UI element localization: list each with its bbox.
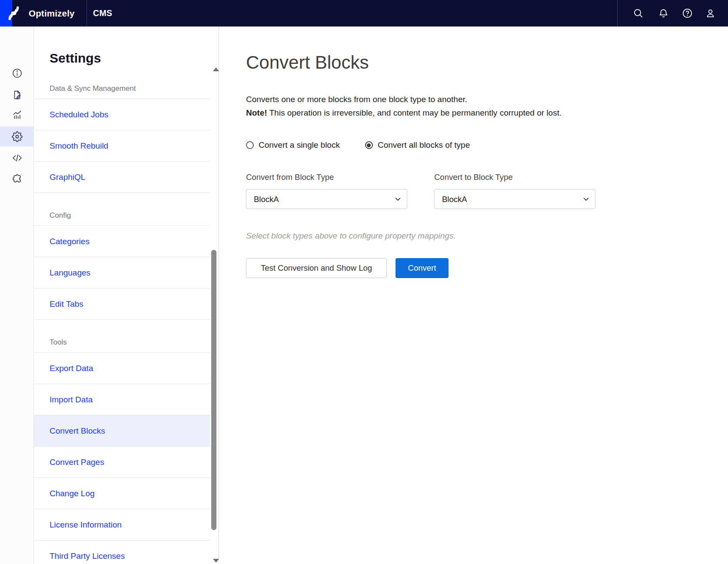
sidebar-item-smooth-rebuild[interactable]: Smooth Rebuild [34,130,210,162]
sidebar-item-scheduled-jobs[interactable]: Scheduled Jobs [34,99,210,130]
radio-label: Convert all blocks of type [378,140,470,150]
sidebar-item-categories[interactable]: Categories [34,226,210,257]
note-label: Note! [246,108,267,117]
product-name: CMS [93,0,112,27]
sidebar-item-label[interactable]: Change Log [50,489,95,498]
sidebar-item-label[interactable]: Import Data [50,395,93,405]
sidebar-item-change-log[interactable]: Change Log [34,478,210,509]
main-content: Convert Blocks Converts one or more bloc… [219,27,728,564]
convert-to-label: Convert to Block Type [434,173,595,182]
page-description: Converts one or more blocks from one blo… [246,93,728,106]
test-conversion-button[interactable]: Test Conversion and Show Log [246,258,387,278]
topbar-divider-right [617,0,618,27]
notifications-bell-icon[interactable] [658,8,669,19]
sidebar-item-export-data[interactable]: Export Data [34,353,210,384]
code-icon[interactable] [0,148,34,168]
settings-gear-icon[interactable] [0,126,34,146]
sidebar-item-label[interactable]: Languages [50,268,90,278]
topbar-divider [86,0,87,27]
sidebar-item-label[interactable]: License Information [50,520,122,530]
sidebar-item-import-data[interactable]: Import Data [34,384,210,415]
sidebar-item-third-party-licenses[interactable]: Third Party Licenses [34,541,210,564]
sidebar-item-convert-blocks[interactable]: Convert Blocks [34,415,210,447]
app-navigation-rail [0,27,34,564]
section-label-data-sync-management: Data & Sync Management [34,66,210,99]
radio-option-convert-a-single-block[interactable]: Convert a single block [246,140,340,150]
convert-to-select[interactable]: BlockA [434,189,595,209]
sidebar-item-label[interactable]: Third Party Licenses [50,551,125,561]
brand-name: Optimizely [29,0,75,27]
sidebar-item-edit-tabs[interactable]: Edit Tabs [34,289,210,320]
help-icon[interactable] [682,8,693,19]
page-title: Convert Blocks [246,27,728,74]
note-text: This operation is irreversible, and cont… [267,108,562,117]
section-label-tools: Tools [34,320,210,353]
convert-button[interactable]: Convert [396,258,449,278]
content-edit-icon[interactable] [0,85,34,105]
add-ons-puzzle-icon[interactable] [0,168,34,188]
convert-from-select[interactable]: BlockA [246,189,407,209]
sidebar-item-languages[interactable]: Languages [34,257,210,289]
scrollbar-up-arrow[interactable] [213,67,219,71]
sidebar-item-label[interactable]: Convert Blocks [50,426,105,436]
sidebar-item-label[interactable]: Scheduled Jobs [50,110,108,119]
sidebar-item-license-information[interactable]: License Information [34,509,210,541]
mapping-hint: Select block types above to configure pr… [246,231,728,241]
analytics-icon[interactable] [0,105,34,125]
section-label-config: Config [34,193,210,226]
settings-nav-list: Data & Sync ManagementScheduled JobsSmoo… [34,66,210,564]
search-icon[interactable] [633,8,644,19]
convert-from-label: Convert from Block Type [246,173,407,182]
sidebar-item-graphiql[interactable]: GraphiQL [34,162,210,193]
panel-title: Settings [50,50,219,66]
sidebar-item-label[interactable]: GraphiQL [50,173,85,182]
settings-panel: Settings Data & Sync ManagementScheduled… [34,27,219,564]
radio-label: Convert a single block [259,140,340,150]
radio-unselected-icon[interactable] [246,141,254,149]
warning-note: Note! This operation is irreversible, an… [246,106,728,119]
optimizely-logo-icon [5,4,23,22]
sidebar-item-label[interactable]: Categories [50,237,90,246]
sidebar-item-convert-pages[interactable]: Convert Pages [34,447,210,478]
block-type-form: Convert from Block Type BlockA Convert t… [246,173,728,209]
sidebar-item-label[interactable]: Smooth Rebuild [50,141,108,151]
top-bar: Optimizely CMS [0,0,728,27]
scrollbar-down-arrow[interactable] [213,559,219,563]
sidebar-item-label[interactable]: Convert Pages [50,458,104,467]
conversion-mode-radios: Convert a single blockConvert all blocks… [246,140,728,150]
radio-option-convert-all-blocks-of-type[interactable]: Convert all blocks of type [365,140,470,150]
user-profile-icon[interactable] [705,8,716,19]
scrollbar-thumb[interactable] [211,250,216,530]
sidebar-item-label[interactable]: Export Data [50,364,93,373]
action-buttons: Test Conversion and Show Log Convert [246,258,728,278]
sidebar-item-label[interactable]: Edit Tabs [50,299,83,309]
convert-from-group: Convert from Block Type BlockA [246,173,407,209]
convert-to-group: Convert to Block Type BlockA [434,173,595,209]
dashboard-icon[interactable] [0,63,34,83]
radio-selected-icon[interactable] [365,141,373,149]
